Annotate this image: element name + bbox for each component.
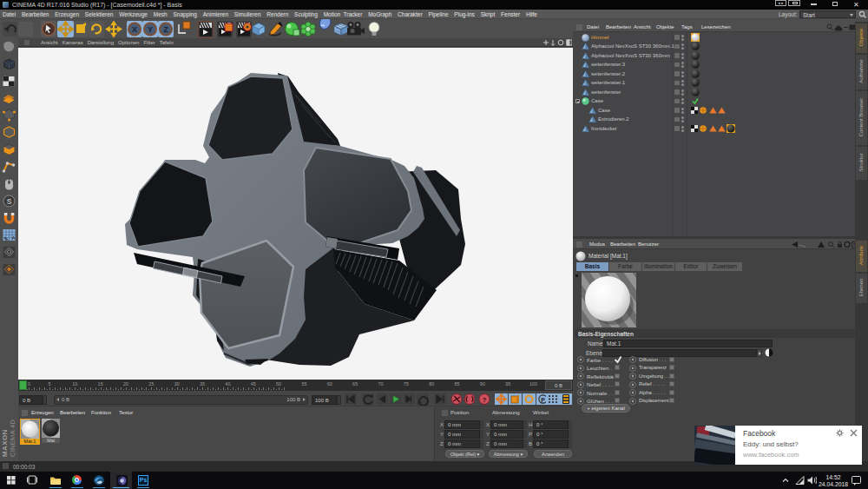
- svg-text:?: ?: [483, 396, 487, 404]
- svg-text:S: S: [7, 197, 12, 206]
- svg-text:X: X: [132, 25, 137, 34]
- svg-text:P: P: [541, 397, 545, 403]
- svg-text:Y: Y: [148, 25, 153, 34]
- svg-text:Z: Z: [163, 25, 168, 34]
- svg-text:A: A: [12, 235, 16, 241]
